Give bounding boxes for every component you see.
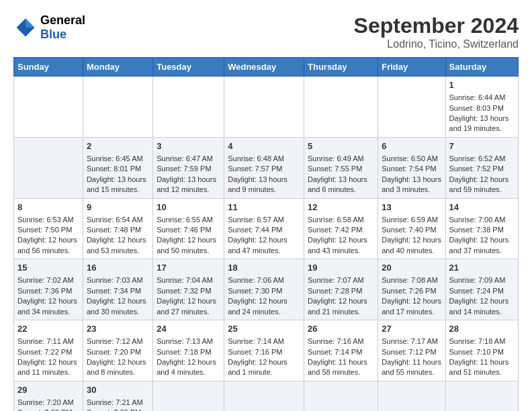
daylight: Daylight: 13 hours and 19 minutes. xyxy=(449,113,515,134)
calendar-cell: 27Sunrise: 7:17 AMSunset: 7:12 PMDayligh… xyxy=(378,320,445,381)
day-number: 18 xyxy=(228,262,300,274)
daylight: Daylight: 12 hours and 50 minutes. xyxy=(157,235,220,256)
calendar-cell: 23Sunrise: 7:12 AMSunset: 7:20 PMDayligh… xyxy=(83,320,152,381)
logo-icon xyxy=(13,15,38,40)
sunset: Sunset: 7:52 PM xyxy=(449,164,515,174)
calendar-cell xyxy=(304,381,378,411)
sunrise: Sunrise: 7:14 AM xyxy=(228,336,300,347)
calendar-cell: 28Sunrise: 7:18 AMSunset: 7:10 PMDayligh… xyxy=(445,320,518,381)
calendar-day-header: Thursday xyxy=(304,58,378,77)
calendar-cell xyxy=(378,381,445,411)
sunset: Sunset: 7:16 PM xyxy=(228,347,300,357)
daylight: Daylight: 12 hours and 21 minutes. xyxy=(308,296,374,317)
calendar-day-header: Wednesday xyxy=(224,58,304,77)
calendar-cell: 30Sunrise: 7:21 AMSunset: 7:06 PMDayligh… xyxy=(83,381,152,411)
calendar-cell: 10Sunrise: 6:55 AMSunset: 7:46 PMDayligh… xyxy=(153,198,224,259)
calendar-cell xyxy=(14,137,83,198)
sunset: Sunset: 7:20 PM xyxy=(87,347,149,357)
daylight: Daylight: 12 hours and 4 minutes. xyxy=(157,357,220,378)
sunset: Sunset: 7:24 PM xyxy=(449,286,515,296)
sunrise: Sunrise: 7:02 AM xyxy=(17,275,79,285)
calendar-cell: 21Sunrise: 7:09 AMSunset: 7:24 PMDayligh… xyxy=(445,259,518,320)
calendar-cell: 13Sunrise: 6:59 AMSunset: 7:40 PMDayligh… xyxy=(378,198,445,259)
day-number: 11 xyxy=(228,201,300,214)
daylight: Daylight: 12 hours and 1 minute. xyxy=(228,357,300,378)
sunrise: Sunrise: 6:49 AM xyxy=(308,154,374,164)
calendar-cell: 15Sunrise: 7:02 AMSunset: 7:36 PMDayligh… xyxy=(14,259,83,320)
calendar-day-header: Tuesday xyxy=(153,58,224,77)
logo-blue: Blue xyxy=(40,28,85,42)
daylight: Daylight: 13 hours and 15 minutes. xyxy=(87,175,149,195)
logo-text: General Blue xyxy=(40,13,85,42)
calendar-cell: 14Sunrise: 7:00 AMSunset: 7:38 PMDayligh… xyxy=(445,198,518,259)
daylight: Daylight: 12 hours and 47 minutes. xyxy=(228,235,300,256)
sunrise: Sunrise: 7:11 AM xyxy=(17,336,79,347)
logo-general: General xyxy=(40,13,85,28)
sunrise: Sunrise: 6:53 AM xyxy=(17,215,79,225)
calendar-cell: 6Sunrise: 6:50 AMSunset: 7:54 PMDaylight… xyxy=(378,137,445,198)
day-number: 27 xyxy=(382,323,441,335)
daylight: Daylight: 12 hours and 34 minutes. xyxy=(17,296,79,317)
sunset: Sunset: 7:26 PM xyxy=(382,286,441,296)
daylight: Daylight: 11 hours and 58 minutes. xyxy=(308,357,374,378)
day-number: 9 xyxy=(87,201,149,214)
daylight: Daylight: 12 hours and 24 minutes. xyxy=(228,296,300,317)
calendar-body: 1Sunrise: 6:44 AMSunset: 8:03 PMDaylight… xyxy=(14,77,519,412)
sunset: Sunset: 7:59 PM xyxy=(157,164,220,174)
sunset: Sunset: 7:32 PM xyxy=(157,286,220,296)
calendar-cell xyxy=(83,77,152,138)
day-number: 6 xyxy=(382,140,441,152)
sunset: Sunset: 7:36 PM xyxy=(17,286,79,296)
sunrise: Sunrise: 6:47 AM xyxy=(157,154,220,164)
calendar-week-row: 15Sunrise: 7:02 AMSunset: 7:36 PMDayligh… xyxy=(14,259,519,320)
sunrise: Sunrise: 7:00 AM xyxy=(449,215,515,225)
sunset: Sunset: 7:12 PM xyxy=(382,347,441,357)
sunset: Sunset: 7:55 PM xyxy=(308,164,374,174)
sunrise: Sunrise: 6:48 AM xyxy=(228,154,300,164)
calendar-day-header: Sunday xyxy=(14,58,83,77)
calendar-cell: 7Sunrise: 6:52 AMSunset: 7:52 PMDaylight… xyxy=(445,137,518,198)
calendar-cell xyxy=(153,381,224,411)
sunrise: Sunrise: 6:55 AM xyxy=(157,215,220,225)
day-number: 10 xyxy=(157,201,220,214)
day-number: 13 xyxy=(382,201,441,214)
day-number: 4 xyxy=(228,140,300,152)
calendar-week-row: 2Sunrise: 6:45 AMSunset: 8:01 PMDaylight… xyxy=(14,137,519,198)
calendar-cell: 26Sunrise: 7:16 AMSunset: 7:14 PMDayligh… xyxy=(304,320,378,381)
daylight: Daylight: 12 hours and 56 minutes. xyxy=(17,235,79,256)
sunset: Sunset: 8:03 PM xyxy=(449,103,515,113)
daylight: Daylight: 12 hours and 40 minutes. xyxy=(382,235,441,256)
sunset: Sunset: 7:54 PM xyxy=(382,164,441,174)
calendar-cell xyxy=(153,77,224,138)
calendar-cell: 16Sunrise: 7:03 AMSunset: 7:34 PMDayligh… xyxy=(83,259,152,320)
sunset: Sunset: 7:57 PM xyxy=(228,164,300,174)
sunrise: Sunrise: 6:54 AM xyxy=(87,215,149,225)
page-header: General Blue September 2024 Lodrino, Tic… xyxy=(13,13,519,50)
sunrise: Sunrise: 7:12 AM xyxy=(87,336,149,347)
month-title: September 2024 xyxy=(354,13,519,38)
calendar-cell xyxy=(304,77,378,138)
daylight: Daylight: 12 hours and 8 minutes. xyxy=(87,357,149,378)
day-number: 5 xyxy=(308,140,374,152)
day-number: 30 xyxy=(87,384,149,396)
calendar-cell: 24Sunrise: 7:13 AMSunset: 7:18 PMDayligh… xyxy=(153,320,224,381)
title-block: September 2024 Lodrino, Ticino, Switzerl… xyxy=(354,13,519,50)
sunrise: Sunrise: 7:17 AM xyxy=(382,336,441,347)
calendar-cell: 1Sunrise: 6:44 AMSunset: 8:03 PMDaylight… xyxy=(445,77,518,138)
sunrise: Sunrise: 7:16 AM xyxy=(308,336,374,347)
daylight: Daylight: 12 hours and 59 minutes. xyxy=(449,175,515,195)
day-number: 2 xyxy=(87,140,149,152)
daylight: Daylight: 11 hours and 55 minutes. xyxy=(382,357,441,378)
calendar-cell: 5Sunrise: 6:49 AMSunset: 7:55 PMDaylight… xyxy=(304,137,378,198)
day-number: 3 xyxy=(157,140,220,152)
sunrise: Sunrise: 6:50 AM xyxy=(382,154,441,164)
sunset: Sunset: 7:50 PM xyxy=(17,225,79,235)
sunrise: Sunrise: 6:52 AM xyxy=(449,154,515,164)
daylight: Daylight: 12 hours and 37 minutes. xyxy=(449,235,515,256)
day-number: 20 xyxy=(382,262,441,274)
calendar-header-row: SundayMondayTuesdayWednesdayThursdayFrid… xyxy=(14,58,519,77)
day-number: 28 xyxy=(449,323,515,335)
day-number: 22 xyxy=(17,323,79,335)
daylight: Daylight: 13 hours and 3 minutes. xyxy=(382,175,441,195)
daylight: Daylight: 13 hours and 6 minutes. xyxy=(308,175,374,195)
